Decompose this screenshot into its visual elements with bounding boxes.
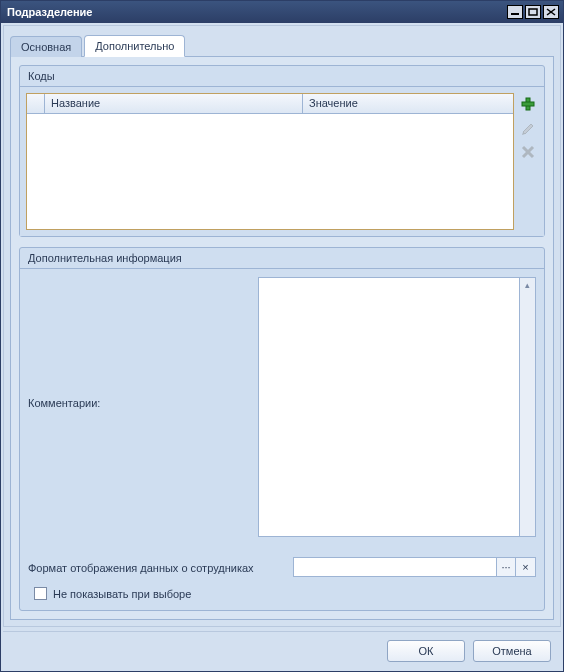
client-area: Основная Дополнительно Коды Название Зна… [3,25,561,627]
row-hide-checkbox: Не показывать при выборе [28,585,536,602]
tab-body-extra: Коды Название Значение [10,56,554,620]
ok-button[interactable]: ОК [387,640,465,662]
maximize-button[interactable] [525,5,541,19]
format-picker: ··· × [293,557,536,577]
tab-extra[interactable]: Дополнительно [84,35,185,57]
group-info-title: Дополнительная информация [20,248,544,268]
window-title: Подразделение [7,6,507,18]
codes-grid-header: Название Значение [27,94,513,114]
col-header-name[interactable]: Название [45,94,303,113]
group-info-body: Комментарии: ▴ Формат отображения данных… [20,268,544,610]
codes-grid-rows[interactable] [27,114,513,229]
close-button[interactable] [543,5,559,19]
titlebar: Подразделение [1,1,563,23]
row-comments: Комментарии: ▴ [28,277,536,549]
row-format: Формат отображения данных о сотрудниках … [28,557,536,577]
minimize-button[interactable] [507,5,523,19]
comments-textarea[interactable] [258,277,520,537]
svg-rect-1 [529,9,537,15]
tab-main[interactable]: Основная [10,36,82,57]
hide-checkbox-label: Не показывать при выборе [53,588,191,600]
scrollbar[interactable]: ▴ [520,277,536,537]
ellipsis-icon[interactable]: ··· [496,557,516,577]
hide-checkbox[interactable] [34,587,47,600]
col-header-value[interactable]: Значение [303,94,513,113]
group-codes-body: Название Значение [20,86,544,236]
group-codes: Коды Название Значение [19,65,545,237]
grid-header-spacer [27,94,45,113]
svg-rect-5 [522,102,534,106]
comments-label: Комментарии: [28,277,258,409]
footer: ОК Отмена [3,631,561,669]
tabs-row: Основная Дополнительно [10,32,554,56]
codes-grid[interactable]: Название Значение [26,93,514,230]
clear-icon[interactable]: × [516,557,536,577]
format-label: Формат отображения данных о сотрудниках [28,560,293,574]
format-input[interactable] [293,557,496,577]
pencil-icon [519,119,537,137]
x-icon [519,143,537,161]
codes-toolbar [518,93,538,230]
cancel-button[interactable]: Отмена [473,640,551,662]
plus-icon[interactable] [519,95,537,113]
group-codes-title: Коды [20,66,544,86]
group-info: Дополнительная информация Комментарии: ▴… [19,247,545,611]
window-controls [507,5,559,19]
window: Подразделение Основная Дополнительно Код… [0,0,564,672]
